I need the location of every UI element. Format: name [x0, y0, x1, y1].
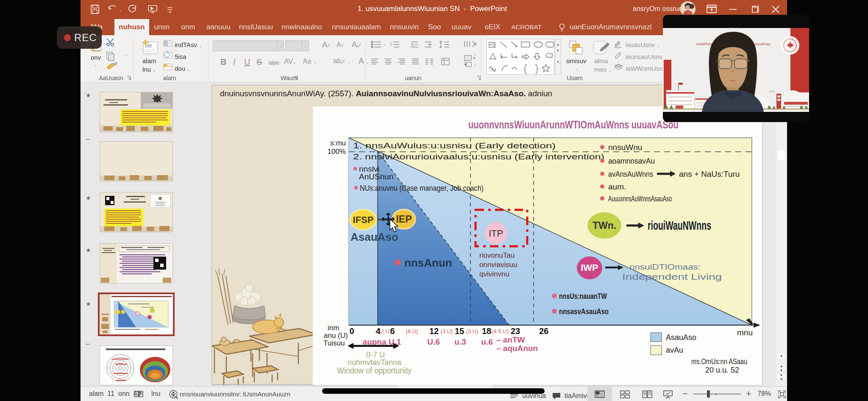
svg-text:AsauAso: AsauAso	[351, 231, 398, 243]
svg-text:0: 0	[349, 326, 354, 336]
svg-text:15: 15	[455, 326, 464, 336]
svg-text:u.6: u.6	[481, 337, 492, 346]
svg-text:ITP: ITP	[489, 228, 503, 239]
svg-text:riovonuTau: riovonuTau	[479, 251, 515, 259]
svg-text:s:mu: s:mu	[330, 139, 346, 147]
svg-text:FTT: FTT	[770, 90, 775, 93]
svg-text:U.6: U.6	[427, 337, 440, 346]
svg-text:onnviavisuu: onnviavisuu	[479, 261, 517, 269]
svg-text:AnUSnun: AnUSnun	[359, 172, 393, 181]
svg-text:AuuusnnsAuWnnsAsauAso: AuuusnnsAuWnnsAsauAso	[608, 194, 672, 203]
svg-text:0-7 U: 0-7 U	[366, 351, 385, 359]
svg-text:NUs:anuvnu (Case manager, Job: NUs:anuvnu (Case manager, Job coach)	[360, 184, 484, 192]
svg-text:1. nnsAuWulus:u:usnisu (Early: 1. nnsAuWulus:u:usnisu (Early detection)	[353, 141, 556, 150]
svg-text:nnsuWnu: nnsuWnu	[608, 143, 642, 152]
svg-text:aoamnnsavAu: aoamnnsavAu	[608, 156, 655, 165]
svg-text:onnsPiau: onnsPiau	[754, 42, 771, 46]
svg-text:mnu: mnu	[737, 328, 753, 337]
svg-text:(3 U): (3 U)	[441, 328, 453, 334]
svg-text:– anTW: – anTW	[496, 335, 525, 344]
svg-text:2: 2	[390, 43, 392, 47]
svg-text:(3 U): (3 U)	[466, 328, 479, 334]
svg-text:qvivinvnu: qvivinvnu	[479, 270, 509, 278]
svg-text:Window of opportunity: Window of opportunity	[337, 365, 412, 375]
svg-text:nnsAnun: nnsAnun	[404, 256, 452, 269]
svg-text:(6 U): (6 U)	[406, 328, 418, 334]
svg-text:IFSP: IFSP	[353, 214, 374, 225]
svg-text:avAnsAuWnns: avAnsAuWnns	[608, 170, 653, 178]
svg-text:26: 26	[539, 326, 548, 336]
svg-text:A: A	[490, 43, 492, 47]
svg-text:23: 23	[511, 326, 520, 336]
svg-text:⌄: ⌄	[119, 8, 122, 12]
svg-text:ans + NaUs:Turu: ans + NaUs:Turu	[679, 170, 740, 178]
svg-text:uuonnvnnsWiuunArunnWTIOmAuWnns: uuonnvnnsWiuunArunnWTIOmAuWnns uuuavASou	[468, 118, 679, 131]
svg-text:12: 12	[429, 326, 439, 336]
svg-text:ms.OmUs:nn ASaau: ms.OmUs:nn ASaau	[691, 357, 747, 366]
svg-text:nnsuiDTIOmaas:: nnsuiDTIOmaas:	[629, 262, 701, 271]
svg-text:2. nnslviAonuriouivaalus:u:usn: 2. nnslviAonuriouivaalus:u:usnisu (Early…	[353, 152, 604, 161]
svg-text:IWP: IWP	[581, 262, 598, 273]
svg-text:avAu: avAu	[666, 346, 683, 354]
svg-text:20 u.u. 52: 20 u.u. 52	[705, 366, 739, 374]
svg-text:– aquAnun: – aquAnun	[496, 344, 538, 353]
svg-text:AsauAso: AsauAso	[666, 333, 696, 342]
svg-text:u.3: u.3	[454, 337, 466, 346]
svg-text:nnsUs:nauanTW: nnsUs:nauanTW	[559, 292, 607, 301]
svg-text:IEP: IEP	[396, 214, 412, 225]
svg-text:Independent Living: Independent Living	[622, 272, 722, 281]
svg-text:Tuisuu: Tuisuu	[323, 339, 345, 347]
svg-text:anu (U): anu (U)	[324, 331, 348, 340]
svg-text:100%: 100%	[328, 148, 346, 156]
svg-text:18: 18	[482, 326, 491, 336]
svg-text:nnsasvAsauAso: nnsasvAsauAso	[559, 307, 609, 316]
svg-text:(2 U): (2 U)	[379, 328, 392, 334]
svg-text:(4-5 U): (4-5 U)	[492, 328, 509, 334]
svg-text:TWn.: TWn.	[593, 220, 616, 231]
svg-text:inm: inm	[328, 324, 339, 332]
svg-text:riouiWauNWnns: riouiWauNWnns	[648, 219, 711, 232]
svg-text:aum.: aum.	[608, 182, 626, 191]
